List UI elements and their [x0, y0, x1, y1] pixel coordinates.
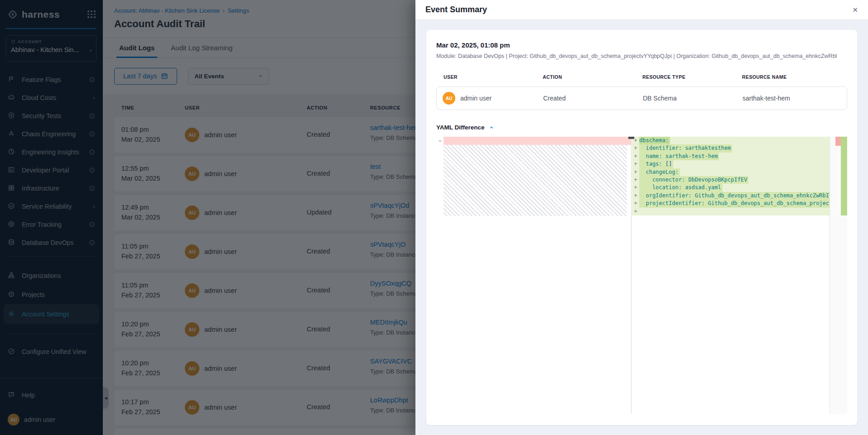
- diff-left-pane: −: [436, 137, 632, 414]
- yaml-difference-toggle[interactable]: YAML Difference: [436, 124, 847, 131]
- page: harness ACCOUNT Abhinav - Kitchen Sin...…: [0, 0, 868, 435]
- event-card: Mar 02, 2025, 01:08 pm Module: Database …: [426, 30, 857, 425]
- event-meta: Module: Database DevOps | Project: Githu…: [436, 53, 847, 59]
- drawer-body: Mar 02, 2025, 01:08 pm Module: Database …: [415, 20, 868, 435]
- diff-overview-added-marker: [841, 137, 847, 215]
- chevron-up-icon: [489, 125, 494, 130]
- column-header-resource-name: RESOURCE NAME: [742, 74, 787, 80]
- diff-added-line: + name: sarthak-test-hem: [632, 153, 829, 160]
- diff-added-line: + connector: DbDevopsoBKpcpIfEV: [632, 176, 829, 184]
- close-icon[interactable]: ✕: [852, 6, 858, 13]
- diff-added-line: + changeLog:: [632, 168, 829, 176]
- diff-empty-hatch: [444, 145, 627, 216]
- diff-added-line: + orgIdentifier: Github_db_devops_aut_db…: [632, 192, 829, 200]
- event-user: admin user: [460, 95, 492, 102]
- yaml-diff-editor: − +dbschema: + identifier: sarthaktesthe…: [436, 137, 847, 414]
- column-header-resource-type: RESOURCE TYPE: [642, 74, 685, 80]
- event-table-header: USER ACTION RESOURCE TYPE RESOURCE NAME: [436, 74, 847, 81]
- event-resource-name: sarthak-test-hem: [743, 95, 790, 102]
- event-summary-drawer: Event Summary ✕ Mar 02, 2025, 01:08 pm M…: [415, 0, 868, 435]
- diff-removed-line: [444, 137, 631, 145]
- diff-splitter-handle[interactable]: [628, 137, 634, 139]
- diff-added-line: +dbschema:: [632, 137, 829, 144]
- diff-added-line: + identifier: sarthaktesthem: [632, 144, 829, 152]
- avatar: AU: [443, 92, 455, 105]
- diff-removed-gutter: −: [436, 137, 444, 145]
- diff-added-line: + tags: []: [632, 160, 829, 168]
- diff-added-line: + location: asdsad.yaml: [632, 184, 829, 191]
- event-action: Created: [543, 95, 566, 102]
- diff-right-pane: +dbschema: + identifier: sarthaktesthem …: [632, 137, 829, 414]
- drawer-title: Event Summary: [425, 5, 487, 14]
- event-row: AU admin user Created DB Schema sarthak-…: [436, 86, 847, 110]
- column-header-action: ACTION: [543, 74, 562, 80]
- diff-added-line: +: [632, 208, 829, 215]
- event-timestamp: Mar 02, 2025, 01:08 pm: [436, 41, 847, 49]
- event-resource-type: DB Schema: [643, 95, 677, 102]
- diff-added-line: + projectIdentifier: Github_db_devops_au…: [632, 200, 829, 207]
- column-header-user: USER: [444, 74, 458, 80]
- drawer-header: Event Summary ✕: [415, 0, 868, 20]
